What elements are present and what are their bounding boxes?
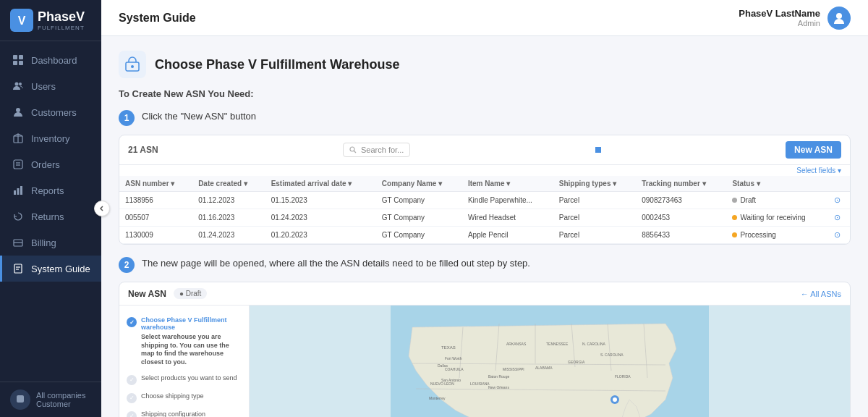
check-icon-1: ✓ <box>127 375 137 385</box>
footer-role: Customer <box>36 400 85 408</box>
svg-text:TEXAS: TEXAS <box>441 345 456 350</box>
step2-sidebar-label-1: Select products you want to send <box>141 374 237 382</box>
sidebar-label-customers: Customers <box>31 107 77 118</box>
sidebar-item-customers[interactable]: Customers <box>0 99 101 125</box>
search-placeholder: Search for... <box>361 146 404 154</box>
svg-text:N. CAROLINA: N. CAROLINA <box>582 342 606 346</box>
sidebar-item-reports[interactable]: Reports <box>0 177 101 203</box>
back-link[interactable]: ← All ASNs <box>801 290 841 298</box>
logo-subtitle: FULFILLMENT <box>38 25 85 31</box>
sidebar-footer[interactable]: All companies Customer <box>0 382 101 417</box>
check-icon-0: ✓ <box>127 317 137 327</box>
select-fields-link[interactable]: Select fields ▾ <box>119 165 850 176</box>
page-heading: Choose Phase V Fulfillment Warehouse <box>119 51 851 78</box>
svg-point-26 <box>350 147 354 151</box>
cell-arrival: 01.20.2023 <box>265 227 376 244</box>
step-2: 2 The new page will be opened, where all… <box>119 256 851 273</box>
table-header-row: ASN number ▾ Date created ▾ Estimated ar… <box>119 176 850 192</box>
svg-rect-11 <box>14 160 22 169</box>
svg-text:FLORIDA: FLORIDA <box>615 374 631 379</box>
step2-sidebar-item-1[interactable]: ✓ Select products you want to send <box>127 371 242 389</box>
sidebar-item-dashboard[interactable]: Dashboard <box>0 47 101 73</box>
svg-rect-3 <box>19 55 23 59</box>
step2-mockup: New ASN ● Draft ← All ASNs ✓ Choose Phas… <box>119 282 851 417</box>
billing-icon <box>12 237 24 248</box>
sidebar-label-users: Users <box>31 81 56 92</box>
sidebar-item-inventory[interactable]: Inventory <box>0 125 101 151</box>
svg-rect-19 <box>14 264 22 273</box>
page-heading-title: Choose Phase V Fulfillment Warehouse <box>155 57 399 72</box>
cell-asn: 005507 <box>119 209 192 227</box>
grid-icon <box>12 54 24 66</box>
sidebar-label-reports: Reports <box>31 185 64 196</box>
sidebar: V PhaseV FULFILLMENT Dashboard Users Cus… <box>0 0 101 417</box>
step2-sidebar-label-2: Choose shipping type <box>141 392 204 400</box>
step-2-text: The new page will be opened, where all t… <box>142 256 530 269</box>
svg-rect-15 <box>17 188 20 195</box>
header-user: PhaseV LastName Admin <box>739 7 851 30</box>
sidebar-item-returns[interactable]: Returns <box>0 203 101 229</box>
cell-arrival: 01.24.2023 <box>265 209 376 227</box>
sidebar-item-users[interactable]: Users <box>0 73 101 99</box>
svg-text:San Antonio: San Antonio <box>441 378 461 382</box>
step2-map: TEXAS COAHUILA ARKANSAS TENNESSEE N. CAR… <box>250 306 850 417</box>
svg-point-8 <box>16 108 20 112</box>
user-name: PhaseV LastName <box>739 8 820 19</box>
cell-asn: 1130009 <box>119 227 192 244</box>
col-tracking-number: Tracking number ▾ <box>636 176 726 192</box>
step2-body: ✓ Choose Phase V Fulfillment warehouse S… <box>119 306 850 417</box>
heading-icon <box>119 51 146 78</box>
svg-rect-2 <box>13 55 17 59</box>
chart-icon <box>12 185 24 196</box>
person-icon <box>12 106 24 118</box>
sidebar-label-dashboard: Dashboard <box>31 55 77 66</box>
sidebar-label-inventory: Inventory <box>31 133 69 144</box>
sidebar-item-orders[interactable]: Orders <box>0 151 101 177</box>
svg-text:GEORGIA: GEORGIA <box>568 360 585 364</box>
cell-tracking: 0002453 <box>636 209 726 227</box>
asn-table: ASN number ▾ Date created ▾ Estimated ar… <box>119 176 850 244</box>
step2-sidebar-item-0[interactable]: ✓ Choose Phase V Fulfillment warehouse S… <box>127 313 242 371</box>
cell-shipping: Parcel <box>553 227 636 244</box>
user-info: PhaseV LastName Admin <box>739 8 820 28</box>
svg-text:Dallas: Dallas <box>438 363 448 368</box>
asn-filter-dot <box>595 147 601 153</box>
svg-text:MISSISSIPPI: MISSISSIPPI <box>503 367 524 371</box>
avatar <box>827 7 851 30</box>
table-row: 1130009 01.24.2023 01.20.2023 GT Company… <box>119 227 850 244</box>
us-map-svg: TEXAS COAHUILA ARKANSAS TENNESSEE N. CAR… <box>250 306 850 417</box>
content-area: Choose Phase V Fulfillment Warehouse To … <box>101 36 868 417</box>
col-status: Status ▾ <box>726 176 828 192</box>
cell-date: 01.24.2023 <box>192 227 265 244</box>
cell-action[interactable]: ⊙ <box>828 209 850 227</box>
box-icon <box>12 132 24 144</box>
table-row: 1138956 01.12.2023 01.15.2023 GT Company… <box>119 192 850 209</box>
sidebar-label-billing: Billing <box>31 237 56 248</box>
svg-text:Fort Worth: Fort Worth <box>445 356 462 361</box>
sidebar-collapse-button[interactable] <box>94 201 110 216</box>
step2-sidebar-item-3[interactable]: ✓ Shipping configuration <box>127 407 242 417</box>
asn-table-mockup: 21 ASN Search for... New ASN Select fiel… <box>119 135 851 245</box>
svg-point-23 <box>836 13 842 19</box>
page-title: System Guide <box>119 12 196 25</box>
svg-rect-16 <box>20 186 22 195</box>
svg-rect-4 <box>13 61 17 65</box>
svg-point-6 <box>15 83 19 86</box>
sidebar-label-orders: Orders <box>31 159 60 170</box>
svg-rect-5 <box>19 61 23 65</box>
cell-status: Processing <box>726 227 828 244</box>
cell-status: Waiting for receiving <box>726 209 828 227</box>
logo: V PhaseV FULFILLMENT <box>0 0 101 41</box>
cell-status: Draft <box>726 192 828 209</box>
sidebar-item-billing[interactable]: Billing <box>0 229 101 256</box>
cell-action[interactable]: ⊙ <box>828 227 850 244</box>
col-date-created: Date created ▾ <box>192 176 265 192</box>
new-asn-button[interactable]: New ASN <box>786 141 841 159</box>
sidebar-label-returns: Returns <box>31 211 64 222</box>
sidebar-item-system-guide[interactable]: System Guide <box>0 256 101 282</box>
cell-asn: 1138956 <box>119 192 192 209</box>
step-1-number: 1 <box>119 110 135 126</box>
step2-sidebar-item-2[interactable]: ✓ Choose shipping type <box>127 389 242 407</box>
cell-arrival: 01.15.2023 <box>265 192 376 209</box>
cell-action[interactable]: ⊙ <box>828 192 850 209</box>
